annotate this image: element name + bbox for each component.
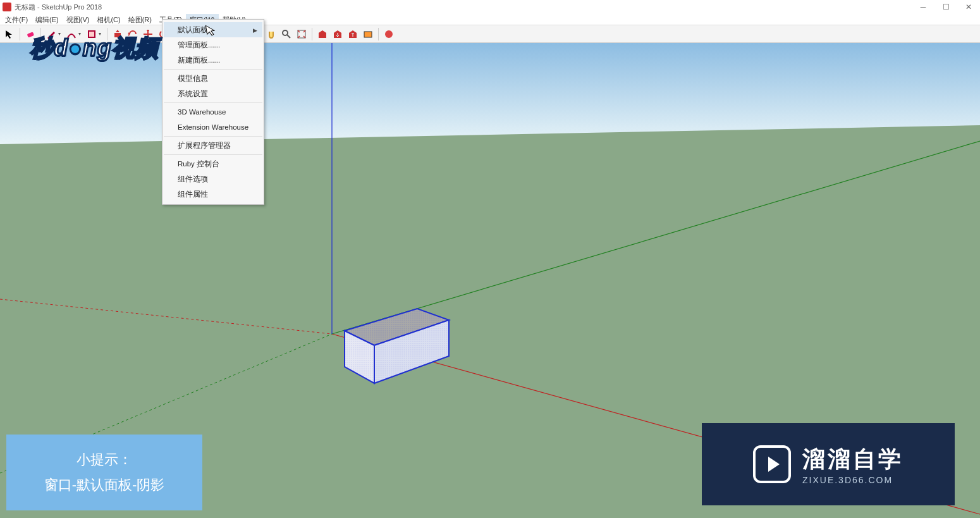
menu-edit[interactable]: 编辑(E) [32, 14, 63, 25]
menu-item-label: 模型信息 [178, 75, 208, 82]
watermark-part3: 视频 [112, 35, 159, 61]
tip-overlay: 小提示： 窗口-默认面板-阴影 [6, 435, 202, 510]
toolbar-separator [378, 28, 379, 40]
play-icon [753, 445, 791, 483]
svg-line-11 [287, 35, 290, 38]
menubar: 文件(F) 编辑(E) 视图(V) 相机(C) 绘图(R) 工具(T) 窗口(W… [0, 14, 980, 25]
menu-model-info[interactable]: 模型信息 [164, 71, 262, 86]
menu-camera[interactable]: 相机(C) [93, 14, 124, 25]
layout-tool-icon[interactable] [382, 27, 396, 41]
menu-view[interactable]: 视图(V) [63, 14, 94, 25]
window-dropdown-menu: 默认面板 ▶ 管理面板...... 新建面板...... 模型信息 系统设置 3… [162, 19, 264, 205]
site-logo-overlay: 溜溜自学 ZIXUE.3D66.COM [702, 423, 955, 505]
menu-item-label: 管理面板...... [178, 41, 220, 49]
window-title: 无标题 - SketchUp Pro 2018 [15, 3, 102, 12]
select-tool-icon[interactable] [3, 27, 16, 41]
menu-item-label: 系统设置 [178, 90, 208, 97]
window-controls: ─ ☐ ✕ [912, 0, 980, 14]
menu-extension-warehouse[interactable]: Extension Warehouse [164, 120, 262, 135]
svg-point-14 [385, 30, 393, 38]
zoom-extents-tool-icon[interactable] [295, 27, 309, 41]
menu-preferences[interactable]: 系统设置 [164, 86, 262, 101]
pan-tool-icon[interactable] [264, 27, 278, 41]
svg-point-10 [283, 30, 288, 35]
menu-new-tray[interactable]: 新建面板...... [164, 52, 262, 68]
menu-item-label: 组件属性 [178, 190, 208, 198]
menu-item-label: 扩展程序管理器 [178, 142, 231, 149]
zoom-tool-icon[interactable] [279, 27, 293, 41]
submenu-arrow-icon: ▶ [253, 25, 257, 35]
app-icon [3, 3, 11, 11]
maximize-button[interactable]: ☐ [934, 0, 957, 14]
share-model-icon[interactable] [346, 27, 360, 41]
titlebar: 无标题 - SketchUp Pro 2018 ─ ☐ ✕ [0, 0, 980, 14]
menu-item-label: Extension Warehouse [178, 123, 248, 131]
3d-warehouse-icon[interactable] [315, 27, 329, 41]
menu-extension-manager[interactable]: 扩展程序管理器 [164, 138, 262, 153]
menu-manage-trays[interactable]: 管理面板...... [164, 37, 262, 52]
svg-rect-13 [364, 32, 372, 37]
tip-body: 窗口-默认面板-阴影 [44, 472, 165, 498]
site-logo-en: ZIXUE.3D66.COM [802, 475, 903, 485]
menu-item-label: 新建面板...... [178, 56, 220, 64]
menu-item-label: 3D Warehouse [178, 108, 226, 116]
menu-component-attributes[interactable]: 组件属性 [164, 187, 262, 202]
menu-item-label: 默认面板 [178, 26, 208, 34]
watermark-part1: 秒d [30, 35, 68, 61]
menu-file[interactable]: 文件(F) [1, 14, 32, 25]
menu-draw[interactable]: 绘图(R) [125, 14, 156, 25]
tip-title: 小提示： [77, 447, 132, 472]
menu-item-label: 组件选项 [178, 175, 208, 183]
watermark-logo: 秒d●ng视频 [30, 33, 159, 64]
watermark-part2: ng [83, 35, 112, 61]
site-logo-cn: 溜溜自学 [802, 444, 903, 475]
menu-ruby-console[interactable]: Ruby 控制台 [164, 156, 262, 171]
toolbar-separator [20, 28, 20, 40]
extension-warehouse-icon[interactable] [361, 27, 375, 41]
menu-3d-warehouse[interactable]: 3D Warehouse [164, 104, 262, 120]
menu-item-label: Ruby 控制台 [178, 160, 219, 168]
close-button[interactable]: ✕ [957, 0, 980, 14]
toolbar-separator [312, 28, 312, 40]
menu-component-options[interactable]: 组件选项 [164, 171, 262, 187]
minimize-button[interactable]: ─ [912, 0, 934, 14]
get-models-icon[interactable] [331, 27, 345, 41]
